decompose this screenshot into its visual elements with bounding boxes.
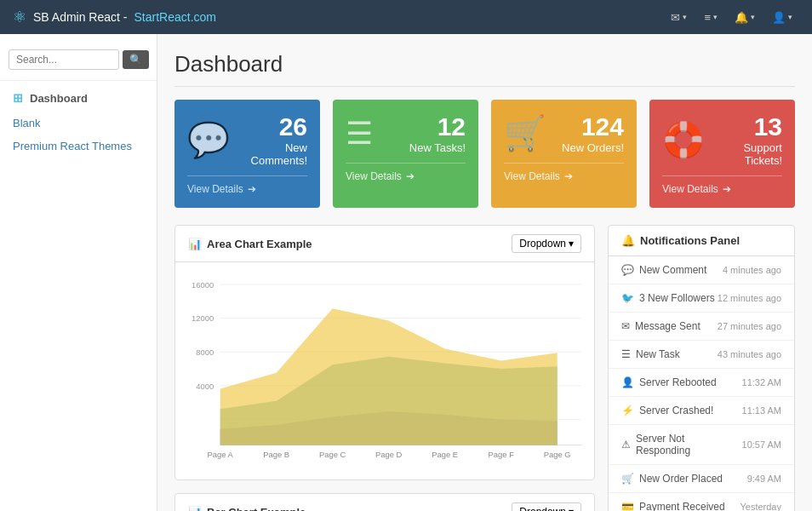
area-chart-panel: 📊 Area Chart Example Dropdown ▾ (174, 225, 595, 480)
svg-text:Page A: Page A (208, 450, 234, 459)
bar-chart-dropdown[interactable]: Dropdown ▾ (512, 502, 581, 511)
notif-icon-5: ⚡ (621, 405, 634, 416)
orders-number: 124 (562, 112, 624, 141)
brand: ⚛ SB Admin React - StartReact.com (13, 8, 216, 26)
sidebar-search-container: 🔍 (0, 43, 157, 77)
notif-time-7: 9:49 AM (747, 474, 781, 484)
tasks-footer-icon: ➔ (406, 170, 415, 182)
notifications-list: 💬 New Comment 4 minutes ago 🐦 3 New Foll… (609, 256, 794, 511)
comments-number: 26 (230, 112, 307, 141)
svg-text:Page B: Page B (263, 450, 289, 459)
top-nav-icons: ✉ ▾ ≡ ▾ 🔔 ▾ 👤 ▾ (664, 8, 799, 27)
notif-text-5: Server Crashed! (639, 405, 713, 416)
svg-text:4000: 4000 (196, 382, 214, 391)
notif-left-4: 👤 Server Rebooted (621, 376, 717, 388)
yellow-area (220, 308, 558, 445)
comments-footer-link[interactable]: View Details ➔ (187, 183, 307, 195)
svg-text:16000: 16000 (192, 280, 214, 290)
sidebar-divider (0, 80, 157, 81)
notif-time-2: 27 minutes ago (718, 321, 781, 331)
bottom-section: 📊 Area Chart Example Dropdown ▾ (174, 225, 795, 511)
main-content: Dashboard 💬 26 New Comments! View Detail… (157, 34, 812, 511)
bar-chart-icon: 📊 (188, 238, 202, 250)
svg-text:Page C: Page C (319, 450, 346, 459)
notif-text-8: Payment Received (639, 501, 725, 511)
page-title: Dashboard (174, 51, 795, 87)
notif-icon-7: 🛒 (621, 473, 634, 485)
sidebar-label-dashboard: Dashboard (30, 92, 88, 105)
sidebar: 🔍 ⊞ Dashboard Blank Premium React Themes (0, 34, 157, 511)
notif-text-3: New Task (636, 348, 680, 360)
stat-cards-row: 💬 26 New Comments! View Details ➔ ☰ (174, 100, 795, 208)
notif-left-5: ⚡ Server Crashed! (621, 405, 713, 416)
bar-chart-heading-icon: 📊 (188, 506, 202, 512)
mail-button[interactable]: ✉ ▾ (664, 8, 694, 27)
notif-left-2: ✉ Message Sent (621, 320, 700, 332)
svg-text:Page F: Page F (489, 450, 515, 459)
stat-card-orders: 🛒 124 New Orders! View Details ➔ (491, 100, 637, 208)
brand-title: SB Admin React - (33, 10, 128, 24)
stat-card-comments: 💬 26 New Comments! View Details ➔ (174, 100, 320, 208)
notif-time-3: 43 minutes ago (718, 349, 781, 359)
notification-item: ⚠ Server Not Responding 10:57 AM (609, 425, 794, 465)
notif-left-0: 💬 New Comment (621, 264, 706, 276)
react-icon: ⚛ (13, 8, 26, 26)
tasks-footer-link[interactable]: View Details ➔ (346, 170, 466, 182)
notif-time-1: 12 minutes ago (718, 293, 781, 303)
svg-text:8000: 8000 (196, 347, 214, 357)
bell-button[interactable]: 🔔 ▾ (728, 8, 762, 27)
notification-item: 👤 Server Rebooted 11:32 AM (609, 369, 794, 397)
svg-text:Page E: Page E (432, 450, 458, 459)
stat-card-tickets: 🛟 13 Support Tickets! View Details ➔ (649, 100, 795, 208)
notif-left-1: 🐦 3 New Followers (621, 292, 715, 304)
notif-time-8: Yesterday (740, 502, 781, 511)
area-chart-dropdown[interactable]: Dropdown ▾ (512, 234, 581, 253)
notif-icon-0: 💬 (621, 264, 634, 276)
search-button[interactable]: 🔍 (123, 50, 149, 69)
notification-item: ✉ Message Sent 27 minutes ago (609, 313, 794, 341)
user-button[interactable]: 👤 ▾ (765, 8, 799, 27)
svg-text:Page D: Page D (375, 450, 403, 459)
orders-footer-link[interactable]: View Details ➔ (504, 170, 624, 182)
area-chart-svg: 16000 12000 8000 4000 (188, 271, 581, 467)
sidebar-item-dashboard[interactable]: ⊞ Dashboard (0, 84, 157, 112)
area-chart-title: Area Chart Example (207, 238, 312, 250)
comments-footer-icon: ➔ (248, 183, 256, 195)
notif-time-5: 11:13 AM (742, 405, 781, 416)
notification-item: ☰ New Task 43 minutes ago (609, 341, 794, 369)
brand-link[interactable]: StartReact.com (134, 10, 216, 24)
tickets-icon: 🛟 (662, 120, 705, 160)
notif-text-6: Server Not Responding (636, 433, 742, 456)
area-chart-heading: 📊 Area Chart Example Dropdown ▾ (175, 226, 594, 262)
orders-label: New Orders! (562, 141, 624, 154)
notification-item: 💬 New Comment 4 minutes ago (609, 256, 794, 284)
notif-left-8: 💳 Payment Received (621, 501, 725, 511)
notif-time-0: 4 minutes ago (723, 265, 781, 275)
comments-icon: 💬 (187, 120, 230, 160)
notif-left-3: ☰ New Task (621, 348, 680, 360)
bar-chart-title: Bar Chart Example (207, 506, 306, 512)
search-input[interactable] (9, 49, 119, 70)
svg-text:12000: 12000 (192, 313, 214, 323)
orders-footer-icon: ➔ (564, 170, 573, 182)
top-navbar: ⚛ SB Admin React - StartReact.com ✉ ▾ ≡ … (0, 0, 812, 34)
notification-item: 🛒 New Order Placed 9:49 AM (609, 465, 794, 493)
tickets-footer-link[interactable]: View Details ➔ (662, 183, 782, 195)
list-button[interactable]: ≡ ▾ (697, 8, 724, 27)
notif-icon-8: 💳 (621, 501, 634, 511)
sidebar-item-blank[interactable]: Blank (0, 112, 157, 135)
notification-item: ⚡ Server Crashed! 11:13 AM (609, 397, 794, 425)
notif-icon-2: ✉ (621, 320, 630, 332)
notifications-heading: 🔔 Notifications Panel (609, 226, 794, 256)
notif-icon-1: 🐦 (621, 292, 634, 304)
area-chart-body: 16000 12000 8000 4000 (175, 262, 594, 479)
notifications-title: Notifications Panel (640, 234, 740, 247)
bar-chart-panel: 📊 Bar Chart Example Dropdown ▾ (174, 493, 595, 511)
comments-label: New Comments! (230, 141, 307, 167)
sidebar-item-premium[interactable]: Premium React Themes (0, 135, 157, 158)
stat-card-tasks: ☰ 12 New Tasks! View Details ➔ (333, 100, 478, 208)
notif-text-7: New Order Placed (639, 473, 723, 485)
notif-text-0: New Comment (639, 264, 706, 276)
notif-text-4: Server Rebooted (639, 376, 717, 388)
notification-item: 💳 Payment Received Yesterday (609, 493, 794, 511)
